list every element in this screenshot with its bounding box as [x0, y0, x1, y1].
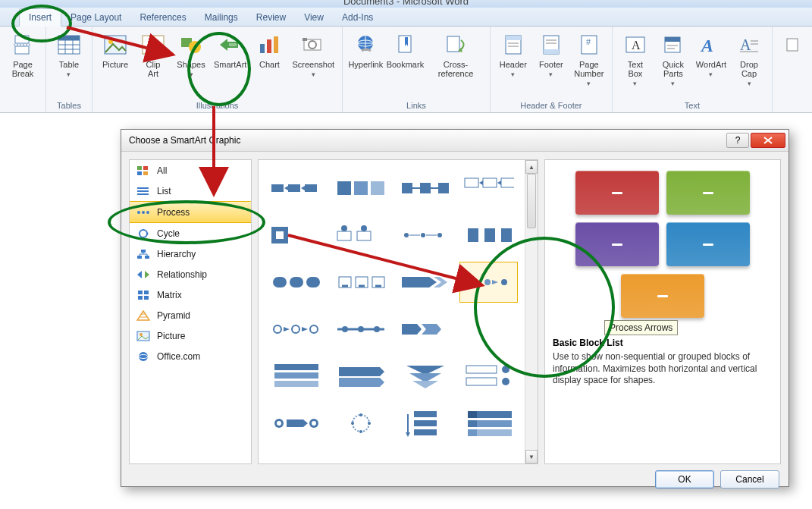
svg-rect-10 [105, 36, 126, 54]
smartart-thumb[interactable] [459, 215, 518, 256]
smartart-thumb[interactable] [331, 309, 389, 350]
smartart-thumb[interactable] [459, 262, 518, 303]
smartart-thumb[interactable] [395, 168, 453, 209]
header-icon [501, 33, 525, 57]
quick-parts-icon [661, 33, 685, 57]
ok-button[interactable]: OK [655, 470, 714, 489]
smartart-thumb[interactable] [459, 309, 518, 350]
smartart-thumb[interactable] [331, 168, 389, 209]
page-number-button[interactable]: # Page Number▾ [571, 30, 607, 91]
clip-art-icon [141, 33, 165, 57]
preview-block [575, 171, 659, 215]
process-icon [136, 206, 151, 218]
drop-cap-button[interactable]: A Drop Cap▾ [731, 30, 767, 91]
more-icon[interactable] [777, 30, 807, 63]
screenshot-button[interactable]: Screenshot▾ [289, 30, 337, 82]
help-button[interactable]: ? [726, 133, 749, 148]
smartart-thumb[interactable] [395, 262, 453, 303]
smartart-thumb[interactable] [459, 168, 518, 209]
tab-mailings[interactable]: Mailings [196, 9, 247, 26]
screenshot-icon [301, 33, 325, 57]
bookmark-icon [393, 33, 417, 57]
close-button[interactable] [751, 133, 785, 148]
smartart-thumb[interactable] [331, 403, 389, 444]
svg-rect-29 [447, 36, 459, 52]
category-item-all[interactable]: All [130, 160, 251, 181]
svg-marker-170 [406, 432, 410, 437]
category-item-hierarchy[interactable]: Hierarchy [130, 244, 251, 264]
group-label-text: Text [617, 99, 767, 112]
bookmark-button[interactable]: Bookmark [386, 30, 425, 72]
clip-art-button[interactable]: Clip Art [135, 30, 171, 81]
svg-marker-158 [287, 419, 308, 427]
quick-parts-button[interactable]: Quick Parts▾ [655, 30, 691, 91]
svg-marker-126 [402, 277, 437, 287]
smartart-thumb[interactable] [395, 215, 453, 256]
table-icon [57, 33, 81, 57]
tab-references[interactable]: References [130, 9, 195, 26]
smartart-thumb[interactable] [395, 356, 453, 397]
svg-rect-114 [468, 228, 478, 242]
smartart-thumb[interactable] [266, 403, 324, 444]
scroll-up-button[interactable]: ▲ [525, 160, 538, 174]
table-button[interactable]: Table▾ [51, 30, 87, 82]
drop-cap-icon: A [737, 33, 761, 57]
smartart-thumb[interactable] [331, 215, 389, 256]
category-list[interactable]: AllListProcessCycleHierarchyRelationship… [129, 159, 252, 464]
svg-marker-134 [284, 327, 290, 331]
svg-point-162 [351, 422, 354, 425]
header-button[interactable]: Header▾ [495, 30, 531, 82]
svg-rect-19 [260, 44, 265, 53]
scroll-thumb[interactable] [527, 174, 536, 228]
smartart-button[interactable]: SmartArt [211, 30, 249, 72]
picture-button[interactable]: Picture [97, 30, 133, 72]
smartart-thumb[interactable] [395, 403, 453, 444]
scrollbar[interactable]: ▲ ▼ [525, 160, 538, 463]
smartart-thumb[interactable] [266, 356, 324, 397]
category-item-officecom[interactable]: Office.com [130, 346, 251, 366]
page-break-button[interactable]: Page Break [5, 30, 41, 81]
smartart-thumb[interactable] [459, 356, 518, 397]
svg-rect-75 [144, 291, 149, 294]
tab-review[interactable]: Review [247, 9, 295, 26]
chart-button[interactable]: Chart [251, 30, 287, 72]
preview-graphic [553, 171, 773, 330]
smartart-thumb[interactable] [331, 356, 389, 397]
shapes-button[interactable]: Shapes▾ [173, 30, 209, 82]
tab-addins[interactable]: Add-Ins [333, 9, 382, 26]
category-item-process[interactable]: Process [130, 201, 251, 223]
wordart-button[interactable]: A WordArt▾ [693, 30, 729, 82]
category-item-list[interactable]: List [130, 181, 251, 201]
svg-rect-174 [468, 420, 477, 427]
smartart-gallery[interactable]: ▲ ▼ [258, 159, 538, 464]
smartart-thumb[interactable] [266, 309, 324, 350]
svg-point-11 [108, 39, 113, 44]
cancel-button[interactable]: Cancel [720, 470, 779, 489]
svg-text:A: A [740, 36, 751, 53]
smartart-thumb[interactable] [395, 309, 453, 350]
category-item-relationship[interactable]: Relationship [130, 264, 251, 284]
smartart-thumb[interactable] [459, 403, 518, 444]
category-item-picture[interactable]: Picture [130, 325, 251, 346]
scroll-down-button[interactable]: ▼ [525, 450, 538, 463]
category-item-matrix[interactable]: Matrix [130, 284, 251, 305]
tab-insert[interactable]: Insert [19, 8, 61, 27]
svg-rect-115 [484, 228, 495, 242]
text-box-button[interactable]: A Text Box▾ [617, 30, 654, 91]
svg-rect-66 [137, 256, 142, 259]
smartart-thumb[interactable] [266, 215, 324, 256]
svg-marker-148 [339, 378, 384, 387]
tab-page-layout[interactable]: Page Layout [61, 9, 130, 26]
svg-point-108 [361, 225, 367, 231]
hyperlink-button[interactable]: Hyperlink [347, 30, 384, 72]
cross-reference-button[interactable]: Cross-reference [426, 30, 485, 81]
category-item-cycle[interactable]: Cycle [130, 223, 251, 244]
svg-point-155 [502, 378, 509, 385]
category-item-pyramid[interactable]: Pyramid [130, 305, 251, 325]
smartart-thumb[interactable] [266, 168, 324, 209]
svg-rect-105 [337, 231, 351, 240]
tab-view[interactable]: View [295, 9, 333, 26]
smartart-thumb[interactable] [266, 262, 324, 303]
footer-button[interactable]: Footer▾ [533, 30, 569, 82]
smartart-thumb[interactable] [331, 262, 389, 303]
